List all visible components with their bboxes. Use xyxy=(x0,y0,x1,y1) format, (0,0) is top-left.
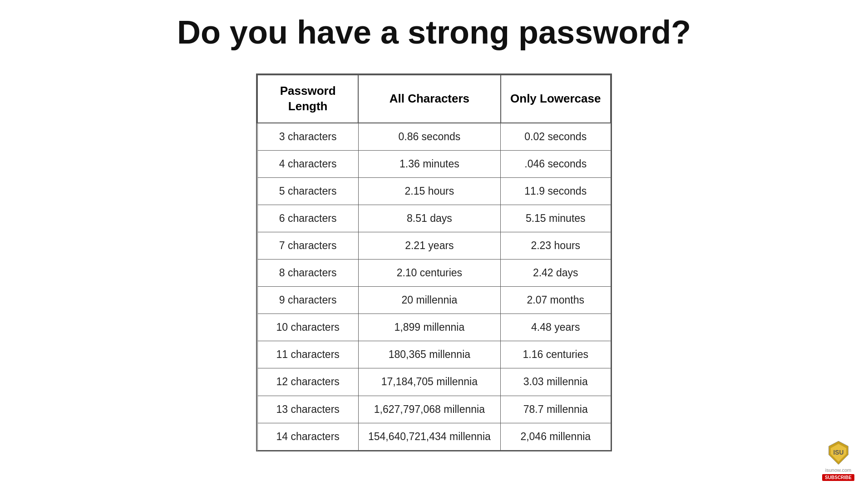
watermark-text: isunow.com xyxy=(825,467,851,473)
table-row: 13 characters1,627,797,068 millennia78.7… xyxy=(257,396,611,423)
table-row: 14 characters154,640,721,434 millennia2,… xyxy=(257,423,611,450)
cell-lowercase: 2.07 months xyxy=(501,287,611,314)
table-row: 10 characters1,899 millennia4.48 years xyxy=(257,314,611,341)
cell-all-chars: 1,627,797,068 millennia xyxy=(358,396,500,423)
cell-all-chars: 8.51 days xyxy=(358,205,500,232)
cell-lowercase: 78.7 millennia xyxy=(501,396,611,423)
table-row: 3 characters0.86 seconds0.02 seconds xyxy=(257,123,611,151)
cell-all-chars: 17,184,705 millennia xyxy=(358,368,500,396)
cell-all-chars: 1,899 millennia xyxy=(358,314,500,341)
subscribe-badge: SUBSCRIBE xyxy=(822,474,854,481)
table-row: 5 characters2.15 hours11.9 seconds xyxy=(257,177,611,205)
cell-all-chars: 180,365 millennia xyxy=(358,341,500,368)
cell-all-chars: 154,640,721,434 millennia xyxy=(358,423,500,450)
table-row: 7 characters2.21 years2.23 hours xyxy=(257,232,611,259)
table-row: 4 characters1.36 minutes.046 seconds xyxy=(257,150,611,177)
cell-length: 8 characters xyxy=(257,260,358,287)
table-row: 9 characters20 millennia2.07 months xyxy=(257,287,611,314)
cell-length: 13 characters xyxy=(257,396,358,423)
table-row: 6 characters8.51 days5.15 minutes xyxy=(257,205,611,232)
cell-all-chars: 1.36 minutes xyxy=(358,150,500,177)
svg-text:ISU: ISU xyxy=(833,449,843,456)
cell-lowercase: 1.16 centuries xyxy=(501,341,611,368)
cell-all-chars: 2.15 hours xyxy=(358,177,500,205)
watermark: ISU isunow.com SUBSCRIBE xyxy=(822,439,854,481)
cell-length: 9 characters xyxy=(257,287,358,314)
cell-length: 7 characters xyxy=(257,232,358,259)
cell-lowercase: 3.03 millennia xyxy=(501,368,611,396)
col-header-length: Password Length xyxy=(257,75,358,123)
cell-length: 4 characters xyxy=(257,150,358,177)
cell-all-chars: 2.10 centuries xyxy=(358,260,500,287)
cell-length: 10 characters xyxy=(257,314,358,341)
cell-length: 12 characters xyxy=(257,368,358,396)
cell-length: 11 characters xyxy=(257,341,358,368)
cell-length: 3 characters xyxy=(257,123,358,151)
cell-all-chars: 2.21 years xyxy=(358,232,500,259)
cell-all-chars: 0.86 seconds xyxy=(358,123,500,151)
cell-lowercase: 0.02 seconds xyxy=(501,123,611,151)
cell-length: 14 characters xyxy=(257,423,358,450)
cell-all-chars: 20 millennia xyxy=(358,287,500,314)
cell-lowercase: 2.42 days xyxy=(501,260,611,287)
watermark-shield-icon: ISU xyxy=(825,439,852,466)
col-header-all: All Characters xyxy=(358,75,500,123)
cell-lowercase: 2,046 millennia xyxy=(501,423,611,450)
cell-lowercase: 11.9 seconds xyxy=(501,177,611,205)
cell-lowercase: .046 seconds xyxy=(501,150,611,177)
cell-lowercase: 2.23 hours xyxy=(501,232,611,259)
page-title: Do you have a strong password? xyxy=(177,14,691,51)
table-row: 11 characters180,365 millennia1.16 centu… xyxy=(257,341,611,368)
cell-lowercase: 4.48 years xyxy=(501,314,611,341)
password-strength-table: Password Length All Characters Only Lowe… xyxy=(257,74,611,451)
cell-length: 6 characters xyxy=(257,205,358,232)
table-row: 8 characters2.10 centuries2.42 days xyxy=(257,260,611,287)
password-table-container: Password Length All Characters Only Lowe… xyxy=(256,74,612,451)
col-header-lower: Only Lowercase xyxy=(501,75,611,123)
table-row: 12 characters17,184,705 millennia3.03 mi… xyxy=(257,368,611,396)
cell-lowercase: 5.15 minutes xyxy=(501,205,611,232)
cell-length: 5 characters xyxy=(257,177,358,205)
